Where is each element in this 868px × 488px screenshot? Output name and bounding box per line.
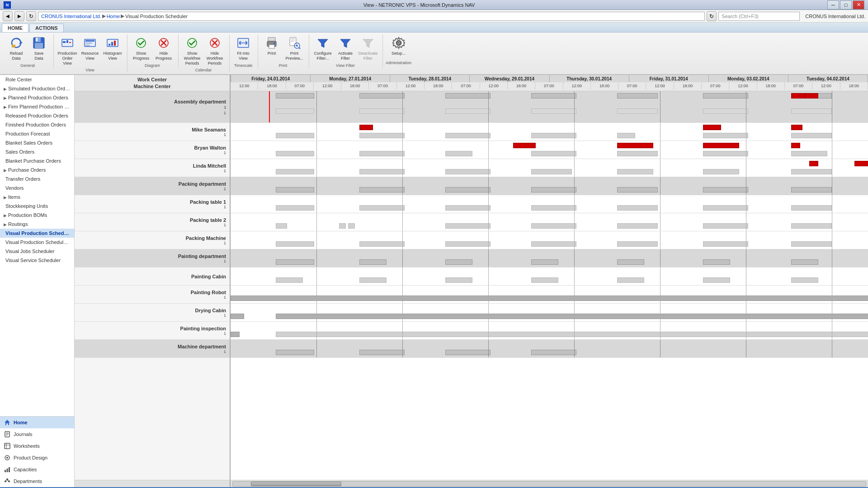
timeline-day-4: Thursday, 30.01.2014 <box>550 75 629 82</box>
setup-button[interactable]: Setup... <box>388 34 410 60</box>
show-progress-button[interactable]: Show Progress <box>130 34 152 62</box>
sidebar-item-visual-jobs-scheduler[interactable]: Visual Jobs Scheduler <box>0 247 74 256</box>
administration-group-label: Administration <box>386 61 411 65</box>
sidebar-item-finished-production-orders[interactable]: Finished Production Orders <box>0 120 74 129</box>
svg-rect-4 <box>35 38 41 42</box>
breadcrumb-home: Home <box>107 14 120 19</box>
histogram-view-button[interactable]: Histogram View <box>102 34 123 62</box>
tab-home[interactable]: HOME <box>2 23 28 32</box>
sidebar-item-routings[interactable]: ▶Routings <box>0 220 74 229</box>
horizontal-scrollbar[interactable] <box>232 481 866 487</box>
hide-progress-button[interactable]: Hide Progress <box>153 34 175 62</box>
histogram-view-icon <box>105 36 120 50</box>
activate-filter-icon <box>338 36 353 50</box>
painting-dept-name: Painting department <box>75 253 230 259</box>
timescale-group-label: Timescale <box>234 63 253 68</box>
sidebar-item-role-center[interactable]: Role Center <box>0 75 74 84</box>
gantt-header: Work Center Machine Center Friday, 24.01… <box>75 75 868 91</box>
sidebar-item-production-boms[interactable]: ▶Production BOMs <box>0 211 74 220</box>
gantt-chart-area[interactable] <box>231 91 868 480</box>
activate-filter-label: Activate Filter <box>338 51 353 61</box>
mike-seamans-name: Mike Seamans <box>75 126 230 132</box>
sidebar-item-planned-production-orders[interactable]: ▶Planned Production Orders <box>0 93 74 102</box>
timeline-day-3: Wednesday, 29.01.2014 <box>470 75 549 82</box>
sidebar-item-firm-planned-production-orders[interactable]: ▶Firm Planned Production Orders <box>0 102 74 111</box>
scrollbar-thumb[interactable] <box>251 482 341 486</box>
sidebar-item-visual-production-scheduler[interactable]: Visual Production Scheduler <box>0 229 74 238</box>
machine-dept-name: Machine department <box>75 343 230 349</box>
reload-data-button[interactable]: Reload Data <box>5 34 27 62</box>
production-order-view-button[interactable]: Production Order View <box>57 34 78 67</box>
svg-rect-48 <box>6 479 8 480</box>
svg-rect-30 <box>291 40 295 41</box>
print-button[interactable]: Print <box>261 34 283 60</box>
timeline-day-2: Tuesday, 28.01.2014 <box>390 75 470 82</box>
sidebar-item-transfer-orders[interactable]: Transfer Orders <box>0 174 74 183</box>
back-button[interactable]: ◀ <box>3 11 13 21</box>
home-label: Home <box>14 420 28 425</box>
sidebar-item-visual-service-scheduler[interactable]: Visual Service Scheduler <box>0 256 74 265</box>
journals-icon <box>4 431 11 438</box>
deactivate-filter-button[interactable]: Deactivate Filter <box>357 34 379 62</box>
forward-button[interactable]: ▶ <box>14 11 24 21</box>
minimize-button[interactable]: ─ <box>827 0 839 9</box>
address-refresh-button[interactable]: ↻ <box>707 11 717 21</box>
configure-filter-button[interactable]: Configure Filter... <box>312 34 334 62</box>
show-workfree-button[interactable]: Show Workfree Periods <box>181 34 203 67</box>
sidebar-nav-product-design[interactable]: Product Design <box>0 452 74 464</box>
sidebar-nav-journals[interactable]: Journals <box>0 428 74 440</box>
svg-rect-10 <box>69 42 71 43</box>
close-button[interactable]: ✕ <box>853 0 864 9</box>
sidebar-item-stockkeeping-units[interactable]: Stockkeeping Units <box>0 202 74 211</box>
sidebar-item-purchase-orders[interactable]: ▶Purchase Orders <box>0 165 74 174</box>
fit-into-view-button[interactable]: Fit Into View <box>232 34 254 62</box>
refresh-button[interactable]: ↻ <box>26 11 36 21</box>
svg-rect-16 <box>108 44 110 46</box>
save-data-button[interactable]: Save Data <box>28 34 50 62</box>
sidebar-item-visual-production-scheduler-v[interactable]: Visual Production Scheduler (V... <box>0 238 74 247</box>
svg-rect-50 <box>8 481 10 482</box>
window-title: View - NETRONIC VPS - Microsoft Dynamics… <box>11 2 827 8</box>
sidebar-item-sales-orders[interactable]: Sales Orders <box>0 147 74 156</box>
sidebar-item-simulated-production-orders[interactable]: ▶Simulated Production Orders <box>0 84 74 93</box>
sidebar-nav-departments[interactable]: Departments <box>0 475 74 487</box>
sidebar-nav-capacities[interactable]: Capacities <box>0 464 74 475</box>
chart-row-painting-dept <box>231 249 868 267</box>
gantt-row-painting-inspection: Painting inspection 1 <box>75 322 230 340</box>
svg-rect-40 <box>5 443 10 449</box>
departments-label: Departments <box>14 479 42 484</box>
sidebar-item-blanket-purchase-orders[interactable]: Blanket Purchase Orders <box>0 156 74 165</box>
setup-icon <box>392 36 406 50</box>
resource-view-button[interactable]: Resource View <box>79 34 101 62</box>
sidebar-item-production-forecast[interactable]: Production Forecast <box>0 129 74 138</box>
svg-rect-49 <box>5 481 6 482</box>
chart-row-bryan-walton <box>231 141 868 159</box>
deactivate-filter-label: Deactivate Filter <box>359 51 378 61</box>
general-group-label: General <box>20 63 35 68</box>
svg-rect-13 <box>85 42 92 44</box>
chart-row-packing-table-1 <box>231 195 868 213</box>
print-preview-icon <box>287 36 302 50</box>
gantt-scrollbar[interactable] <box>75 480 868 487</box>
ribbon-group-diagram: Show Progress Hide Progress Diagram <box>128 34 179 68</box>
show-workfree-icon <box>185 36 199 50</box>
ribbon-group-view: Production Order View Resource View Hist… <box>55 34 127 72</box>
sidebar-item-released-production-orders[interactable]: Released Production Orders <box>0 111 74 120</box>
breadcrumb-company: CRONUS International Ltd. <box>41 14 101 19</box>
print-icon <box>264 36 279 50</box>
search-box[interactable]: Search (Ctrl+F3) <box>718 12 800 21</box>
sidebar-item-vendors[interactable]: Vendors <box>0 183 74 192</box>
sidebar-nav-home[interactable]: Home <box>0 417 74 428</box>
activate-filter-button[interactable]: Activate Filter <box>335 34 356 62</box>
packing-table-2-name: Packing table 2 <box>75 216 230 223</box>
print-preview-button[interactable]: Print Preview... <box>283 34 305 62</box>
diagram-group-label: Diagram <box>145 63 160 68</box>
sidebar-item-items[interactable]: ▶Items <box>0 192 74 202</box>
address-box[interactable]: CRONUS International Ltd. ▶ Home ▶ Visua… <box>38 12 705 21</box>
tab-actions[interactable]: ACTIONS <box>29 23 64 32</box>
maximize-button[interactable]: □ <box>840 0 852 9</box>
sidebar-nav-worksheets[interactable]: Worksheets <box>0 440 74 452</box>
sidebar-item-blanket-sales-orders[interactable]: Blanket Sales Orders <box>0 138 74 147</box>
svg-rect-29 <box>291 38 295 39</box>
hide-workfree-button[interactable]: Hide Workfree Periods <box>204 34 226 67</box>
